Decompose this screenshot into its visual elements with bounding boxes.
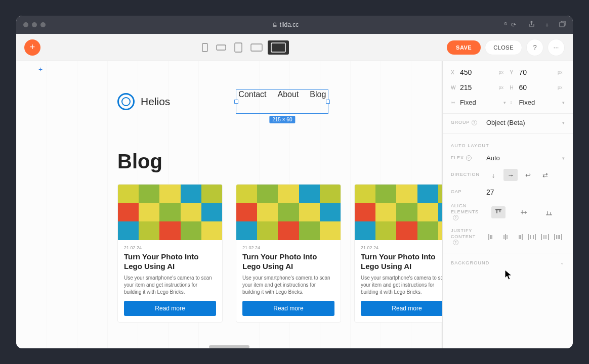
- constrain-x-icon: ⇿: [451, 100, 457, 105]
- url-actions: ᴳ ⟳: [504, 21, 516, 28]
- direction-wrap-button[interactable]: ↩: [521, 169, 535, 181]
- card-date: 21.02.24: [124, 245, 216, 250]
- horizontal-scrollbar[interactable]: [209, 345, 249, 348]
- new-tab-icon[interactable]: ＋: [544, 21, 550, 29]
- close-dot[interactable]: [23, 22, 28, 27]
- card-text: Use your smartphone's camera to scan you…: [361, 275, 442, 296]
- close-button[interactable]: CLOSE: [485, 40, 522, 55]
- background-label: BACKGROUND: [451, 260, 490, 265]
- justify-evenly-button[interactable]: [554, 234, 562, 241]
- add-block-button[interactable]: +: [24, 39, 40, 56]
- share-icon[interactable]: [528, 21, 535, 29]
- browser-bar: tilda.cc ᴳ ⟳ ＋: [16, 16, 573, 34]
- constrain-y-dropdown[interactable]: Fixed▾: [519, 99, 565, 106]
- h-input[interactable]: 60: [519, 83, 555, 92]
- group-dropdown[interactable]: Object (Beta)▾: [486, 119, 565, 126]
- background-section[interactable]: BACKGROUND ⌄: [451, 260, 565, 265]
- justify-center-button[interactable]: [501, 234, 510, 241]
- blog-card[interactable]: 21.02.24 Turn Your Photo Into Lego Using…: [354, 184, 442, 323]
- add-element-icon[interactable]: +: [38, 65, 43, 73]
- card-text: Use your smartphone's camera to scan you…: [124, 275, 216, 296]
- direction-label: DIRECTION: [451, 172, 482, 178]
- site-logo[interactable]: Helios: [117, 93, 170, 110]
- more-button[interactable]: ···: [548, 39, 565, 56]
- canvas[interactable]: + Helios Contact About Blog 215 × 60 Blo…: [16, 61, 442, 348]
- site-header: Helios Contact About Blog 215 × 60: [117, 89, 442, 114]
- card-image: [118, 185, 222, 240]
- translate-icon[interactable]: ᴳ: [504, 21, 507, 28]
- align-bottom-button[interactable]: [542, 206, 556, 218]
- y-unit: px: [558, 70, 565, 75]
- save-button[interactable]: SAVE: [447, 40, 481, 55]
- help-icon[interactable]: ?: [472, 120, 477, 125]
- autolayout-heading: AUTO LAYOUT: [451, 143, 565, 148]
- align-middle-button[interactable]: [517, 206, 531, 218]
- justify-between-button[interactable]: [528, 234, 536, 241]
- direction-right-button[interactable]: →: [503, 169, 518, 181]
- lock-icon: [272, 22, 277, 27]
- direction-down-button[interactable]: ↓: [486, 169, 500, 181]
- device-mobile-land-button[interactable]: [213, 42, 229, 53]
- read-more-button[interactable]: Read more: [242, 301, 334, 316]
- device-tablet-button[interactable]: [231, 40, 245, 55]
- help-icon[interactable]: ?: [466, 155, 472, 161]
- workspace: + Helios Contact About Blog 215 × 60 Blo…: [16, 61, 573, 348]
- svg-rect-5: [271, 43, 285, 52]
- app-window: tilda.cc ᴳ ⟳ ＋ + SAVE CLOSE ? ···: [16, 16, 573, 348]
- svg-rect-2: [217, 45, 226, 50]
- w-unit: px: [499, 85, 506, 90]
- y-input[interactable]: 70: [519, 68, 555, 76]
- help-button[interactable]: ?: [526, 39, 543, 56]
- justify-end-button[interactable]: [515, 234, 523, 241]
- page-heading[interactable]: Blog: [117, 150, 442, 173]
- flex-label: FLEX?: [451, 155, 482, 161]
- w-input[interactable]: 215: [460, 83, 496, 92]
- nav-blog[interactable]: Blog: [310, 90, 326, 99]
- app-toolbar: + SAVE CLOSE ? ···: [16, 34, 573, 61]
- card-date: 21.02.24: [361, 245, 442, 250]
- device-mobile-button[interactable]: [199, 41, 211, 54]
- inspector-panel: X450px Y70px W215px H60px ⇿Fixed▾ ↕Fixed…: [442, 61, 573, 348]
- justify-around-button[interactable]: [541, 234, 549, 241]
- url-text: tilda.cc: [280, 21, 299, 28]
- device-tablet-land-button[interactable]: [247, 41, 266, 54]
- selected-nav-group[interactable]: Contact About Blog 215 × 60: [236, 89, 328, 114]
- reload-icon[interactable]: ⟳: [511, 21, 516, 28]
- align-top-button[interactable]: [491, 206, 506, 218]
- traffic-lights: [23, 22, 46, 27]
- svg-rect-3: [235, 43, 242, 52]
- justify-label: JUSTIFY CONTENT?: [451, 228, 482, 246]
- selection-size-badge: 215 × 60: [269, 116, 295, 123]
- browser-nav: [60, 21, 67, 28]
- logo-icon: [117, 93, 135, 110]
- constrain-y-icon: ↕: [510, 100, 516, 105]
- tabs-icon[interactable]: [559, 21, 566, 29]
- help-icon[interactable]: ?: [453, 215, 458, 220]
- h-unit: px: [558, 85, 565, 90]
- x-input[interactable]: 450: [460, 68, 496, 76]
- constrain-x-dropdown[interactable]: Fixed▾: [460, 99, 506, 106]
- zoom-dot[interactable]: [40, 22, 46, 27]
- blog-card[interactable]: 21.02.24 Turn Your Photo Into Lego Using…: [236, 184, 341, 323]
- justify-start-button[interactable]: [488, 234, 496, 241]
- x-unit: px: [499, 70, 506, 75]
- card-image: [355, 185, 442, 240]
- help-icon[interactable]: ?: [453, 240, 458, 245]
- nav-contact[interactable]: Contact: [238, 90, 266, 99]
- blog-card[interactable]: 21.02.24 Turn Your Photo Into Lego Using…: [117, 184, 223, 323]
- direction-reverse-button[interactable]: ⇄: [538, 169, 552, 181]
- device-switcher: [199, 40, 289, 55]
- gap-input[interactable]: 27: [486, 188, 565, 196]
- logo-text: Helios: [141, 96, 170, 108]
- url-bar[interactable]: tilda.cc: [67, 21, 504, 28]
- nav-about[interactable]: About: [278, 90, 299, 99]
- card-title: Turn Your Photo Into Lego Using AI: [361, 252, 442, 271]
- flex-dropdown[interactable]: Auto▾: [486, 154, 565, 162]
- svg-rect-0: [560, 22, 564, 27]
- device-desktop-button[interactable]: [268, 40, 289, 55]
- chevron-down-icon: ▾: [562, 156, 565, 161]
- read-more-button[interactable]: Read more: [361, 301, 442, 316]
- chevron-down-icon: ▾: [562, 120, 565, 125]
- read-more-button[interactable]: Read more: [124, 301, 216, 316]
- minimize-dot[interactable]: [32, 22, 37, 27]
